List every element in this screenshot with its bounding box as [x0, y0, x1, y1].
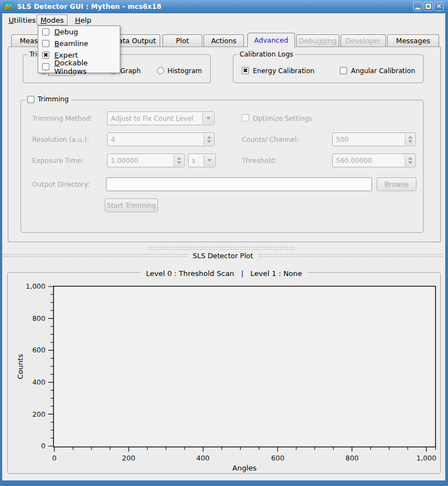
x-tick-label: 1,000: [410, 454, 443, 462]
x-tick-label: 0: [38, 454, 71, 462]
plot-dock-titlebar[interactable]: SLS Detector Plot: [3, 251, 443, 260]
menu-help[interactable]: Help: [72, 14, 94, 25]
x-tick-label: 400: [186, 454, 220, 462]
beamline-checkbox: [42, 40, 49, 47]
maximize-button[interactable]: [424, 2, 433, 11]
window-title: SLS Detector GUI : Mythen - mcs6x18: [17, 3, 161, 11]
splitter-handle[interactable]: [149, 247, 294, 250]
minimize-button[interactable]: [413, 2, 422, 11]
dock-texture-left: [3, 254, 187, 257]
y-axis-title: Counts: [16, 351, 24, 382]
menu-utilities[interactable]: Utilities: [8, 14, 37, 25]
advanced-tab-pane: [8, 47, 441, 242]
x-tick-label: 800: [335, 454, 369, 462]
x-tick-label: 200: [112, 454, 145, 462]
plot-group: Level 0 : Threshold Scan | Level 1 : Non…: [7, 272, 441, 474]
x-tick-label: 600: [261, 454, 294, 462]
tab-actions[interactable]: Actions: [203, 34, 244, 47]
titlebar[interactable]: SLS Detector GUI : Mythen - mcs6x18 ✕: [0, 0, 448, 13]
y-tick-label: 800: [12, 314, 45, 323]
modes-menu-popup: Debug Beamline ✖ Expert Dockable Windows: [38, 25, 120, 73]
plot-dock-title: SLS Detector Plot: [187, 252, 259, 260]
y-tick-label: 0: [12, 442, 45, 450]
dockable-windows-checkbox: [42, 63, 49, 70]
menu-modes[interactable]: Modes: [37, 14, 68, 25]
y-tick-label: 200: [12, 410, 45, 418]
tab-plot[interactable]: Plot: [162, 34, 202, 47]
menu-item-debug[interactable]: Debug: [38, 26, 120, 38]
close-button[interactable]: ✕: [434, 2, 444, 11]
tab-developer: Developer: [340, 34, 386, 47]
minimize-icon: [415, 8, 420, 9]
debug-checkbox: [42, 28, 49, 35]
tab-advanced[interactable]: Advanced: [247, 33, 295, 47]
y-tick-label: 1,000: [12, 282, 45, 290]
tab-debugging: Debugging: [296, 34, 339, 47]
app-window: SLS Detector GUI : Mythen - mcs6x18 ✕ Ut…: [0, 0, 448, 486]
close-icon: ✕: [436, 3, 441, 9]
menu-item-dockable-windows[interactable]: Dockable Windows: [38, 61, 120, 73]
dock-texture-right: [258, 254, 443, 257]
plot-axes: [8, 273, 441, 474]
tab-messages[interactable]: Messages: [387, 34, 439, 47]
maximize-icon: [426, 4, 431, 9]
menu-item-beamline[interactable]: Beamline: [38, 38, 120, 49]
expert-checkbox: ✖: [42, 52, 49, 59]
app-icon: [4, 2, 13, 11]
window-content: Utilities Modes Help Measurement Data Ou…: [2, 13, 445, 480]
x-axis-title: Angles: [228, 464, 261, 472]
